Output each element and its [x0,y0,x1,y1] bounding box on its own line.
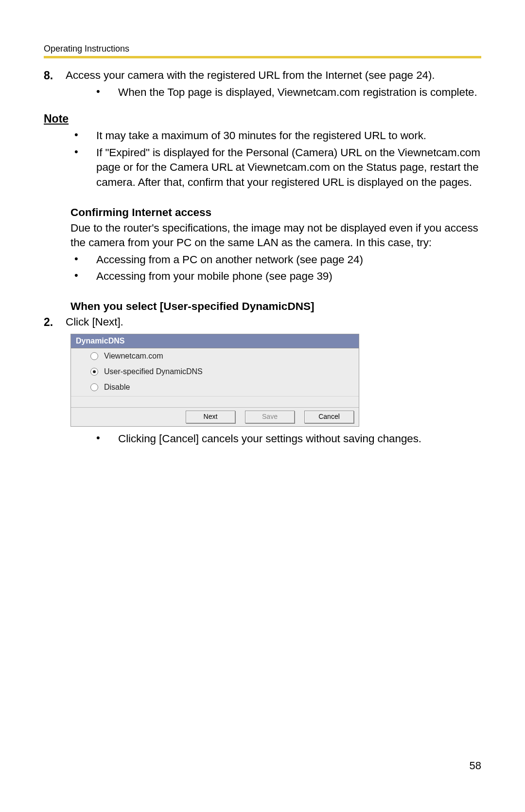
bullet-icon: • [92,85,118,100]
step-text: Click [Next]. [66,315,481,330]
step-8-sub-bullet: • When the Top page is displayed, Viewne… [92,85,481,100]
running-header: Operating Instructions [44,44,481,54]
cancel-button[interactable]: Cancel [304,411,354,423]
radio-icon [90,368,98,376]
dyn-heading: When you select [User-specified DynamicD… [70,300,481,313]
note-bullet-2: • If "Expired" is displayed for the Pers… [70,145,481,190]
bullet-text: Clicking [Cancel] cancels your settings … [118,432,481,446]
radio-option-disable[interactable]: Disable [90,379,359,395]
radio-label: Viewnetcam.com [104,352,163,361]
step-2: 2. Click [Next]. [44,315,481,330]
dialog-button-bar: Next Save Cancel [71,407,359,426]
header-rule [44,56,481,58]
bullet-text: Accessing from a PC on another network (… [96,253,481,267]
dialog-title: DynamicDNS [71,334,359,348]
step-number: 8. [44,68,66,83]
after-screenshot-bullet: • Clicking [Cancel] cancels your setting… [92,432,481,446]
step-text: Access your camera with the registered U… [66,68,481,83]
step-number: 2. [44,315,66,330]
dynamicdns-dialog: DynamicDNS Viewnetcam.com User-specified… [70,334,359,427]
bullet-icon: • [92,432,118,446]
bullet-text: It may take a maximum of 30 minutes for … [96,128,481,143]
radio-icon [90,352,98,360]
radio-option-viewnetcam[interactable]: Viewnetcam.com [90,348,359,364]
bullet-icon: • [70,128,96,143]
next-button[interactable]: Next [186,411,235,423]
radio-label: Disable [104,383,130,392]
save-button[interactable]: Save [245,411,295,423]
bullet-icon: • [70,145,96,190]
confirm-bullet-1: • Accessing from a PC on another network… [70,253,481,267]
dialog-options: Viewnetcam.com User-specified DynamicDNS… [71,348,359,396]
bullet-text: If "Expired" is displayed for the Person… [96,145,481,190]
note-heading: Note [44,112,481,126]
bullet-text: Accessing from your mobile phone (see pa… [96,269,481,284]
page-number: 58 [470,759,481,772]
bullet-text: When the Top page is displayed, Viewnetc… [118,85,481,100]
radio-label: User-specified DynamicDNS [104,367,203,376]
radio-icon [90,383,98,391]
confirm-heading: Confirming Internet access [70,206,481,219]
bullet-icon: • [70,253,96,267]
step-8: 8. Access your camera with the registere… [44,68,481,83]
bullet-icon: • [70,269,96,284]
confirm-bullet-2: • Accessing from your mobile phone (see … [70,269,481,284]
radio-option-userddns[interactable]: User-specified DynamicDNS [90,364,359,379]
confirm-text: Due to the router's specifications, the … [70,221,481,251]
dialog-spacer [71,396,359,407]
note-bullet-1: • It may take a maximum of 30 minutes fo… [70,128,481,143]
